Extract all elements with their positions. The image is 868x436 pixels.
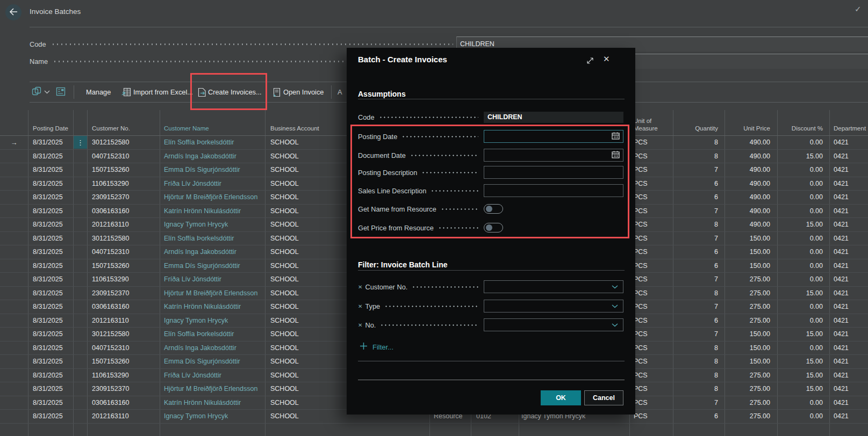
- cell-department: 0421: [830, 396, 868, 410]
- no-filter-row: ✕ No.: [358, 318, 625, 331]
- cell-unit_of_measure: PCS: [630, 314, 673, 328]
- cell-unit_of_measure: PCS: [630, 259, 673, 273]
- section-divider: [358, 270, 625, 271]
- cell-customer_name[interactable]: Ignacy Tymon Hrycyk: [160, 218, 266, 231]
- section-divider: [358, 99, 625, 99]
- expand-dialog-icon[interactable]: [586, 56, 594, 67]
- close-dialog-icon[interactable]: ✕: [603, 54, 610, 64]
- cell-posting_date: 8/31/2025: [28, 136, 74, 149]
- cell-customer_name[interactable]: Ignacy Tymon Hrycyk: [160, 314, 266, 328]
- cell-customer_name[interactable]: Elín Soffía Þorkelsdóttir: [160, 136, 266, 149]
- cell-unit_price: 275.00: [725, 287, 778, 300]
- column-header-posting_date[interactable]: Posting Date: [28, 110, 74, 135]
- cell-customer_name[interactable]: Fríða Lív Jónsdóttir: [160, 369, 266, 382]
- dotted-leader: [412, 286, 478, 288]
- cell-customer_name[interactable]: Katrín Hrönn Nikulásdóttir: [160, 205, 266, 218]
- calendar-icon[interactable]: [612, 151, 620, 160]
- row-marker-cell: [0, 328, 28, 341]
- cell-customer_name[interactable]: Arndís Inga Jakobsdóttir: [160, 245, 266, 259]
- cell-customer_no: 1507153260: [88, 259, 160, 273]
- sales-line-description-field-row: Sales Line Description: [358, 184, 625, 197]
- cell-customer_name[interactable]: Elín Soffía Þorkelsdóttir: [160, 232, 266, 245]
- row-menu-cell: ⋮: [74, 136, 88, 149]
- cell-discount_pct: 0.00: [778, 191, 830, 204]
- back-button[interactable]: [5, 4, 21, 20]
- cell-quantity: 8: [673, 341, 725, 355]
- cell-customer_name[interactable]: Hjörtur M Breiðfjörð Erlendsson: [160, 382, 266, 396]
- get-name-from-resource-toggle[interactable]: [484, 204, 503, 214]
- cell-customer_name[interactable]: Fríða Lív Jónsdóttir: [160, 177, 266, 191]
- column-header-customer_name[interactable]: Customer Name: [160, 110, 266, 135]
- get-name-from-resource-row: Get Name from Resource: [358, 202, 625, 215]
- cell-customer_no: 2309152370: [88, 382, 160, 396]
- views-button[interactable]: [31, 82, 42, 102]
- manage-menu-item[interactable]: Manage: [86, 82, 111, 102]
- dotted-leader: [51, 43, 453, 45]
- column-header-department[interactable]: Department: [830, 110, 868, 135]
- column-header-unit_price[interactable]: Unit Price: [725, 110, 778, 135]
- remove-filter-icon[interactable]: ✕: [358, 303, 362, 309]
- cancel-button[interactable]: Cancel: [584, 390, 623, 405]
- empty-cell: [630, 424, 673, 436]
- type-filter-select[interactable]: [484, 300, 623, 313]
- chevron-down-icon[interactable]: [44, 82, 50, 102]
- cell-customer_name[interactable]: Emma Dís Sigurjónsdóttir: [160, 259, 266, 273]
- type-filter-label: Type: [365, 302, 380, 310]
- cell-customer_no: 0306163160: [88, 396, 160, 410]
- open-invoice-menu-item[interactable]: Open Invoice: [283, 82, 324, 102]
- cell-customer_name[interactable]: Emma Dís Sigurjónsdóttir: [160, 355, 266, 368]
- cell-posting_date: 8/31/2025: [28, 150, 74, 163]
- cell-quantity: 6: [673, 177, 725, 191]
- cell-customer_name[interactable]: Emma Dís Sigurjónsdóttir: [160, 163, 266, 177]
- code-label: Code: [358, 113, 375, 121]
- cell-customer_no: 1507153260: [88, 355, 160, 368]
- sales-line-description-input[interactable]: [484, 184, 623, 197]
- cell-unit_price: 490.00: [725, 205, 778, 218]
- customer-no-filter-select[interactable]: [484, 280, 623, 293]
- create-invoices-menu-item[interactable]: Create Invoices...: [208, 82, 262, 102]
- cell-customer_name[interactable]: Arndís Inga Jakobsdóttir: [160, 150, 266, 163]
- import-from-excel-menu-item[interactable]: Import from Excel...: [133, 82, 193, 102]
- cell-discount_pct: 15.00: [778, 382, 830, 396]
- cell-quantity: 6: [673, 259, 725, 273]
- cell-department: 0421: [830, 341, 868, 355]
- cell-discount_pct: 15.00: [778, 218, 830, 231]
- cell-quantity: 7: [673, 273, 725, 286]
- cell-department: 0421: [830, 287, 868, 300]
- remove-filter-icon[interactable]: ✕: [358, 284, 362, 290]
- no-filter-select[interactable]: [484, 318, 623, 331]
- column-header-customer_no[interactable]: Customer No.: [88, 110, 160, 135]
- cell-posting_date: 8/31/2025: [28, 259, 74, 273]
- get-price-from-resource-toggle[interactable]: [484, 223, 503, 232]
- calendar-icon[interactable]: [612, 132, 620, 141]
- cell-customer_name[interactable]: Ignacy Tymon Hrycyk: [160, 410, 266, 423]
- cell-customer_name[interactable]: Katrín Hrönn Nikulásdóttir: [160, 396, 266, 410]
- cell-customer_name[interactable]: Elín Soffía Þorkelsdóttir: [160, 328, 266, 341]
- row-marker-cell: [0, 177, 28, 191]
- ok-button[interactable]: OK: [541, 390, 581, 405]
- add-filter-link[interactable]: Filter...: [360, 342, 393, 352]
- cell-customer_name[interactable]: Fríða Lív Jónsdóttir: [160, 273, 266, 286]
- cell-customer_no: 3012152580: [88, 328, 160, 341]
- row-marker-cell: [0, 314, 28, 328]
- cell-department: 0421: [830, 191, 868, 204]
- row-marker-cell: →: [0, 136, 28, 149]
- cell-quantity: 6: [673, 410, 725, 423]
- cell-quantity: 7: [673, 205, 725, 218]
- cell-customer_name[interactable]: Hjörtur M Breiðfjörð Erlendsson: [160, 191, 266, 204]
- document-date-input[interactable]: [484, 149, 623, 162]
- column-header-quantity[interactable]: Quantity: [673, 110, 725, 135]
- analyze-button[interactable]: [56, 82, 66, 102]
- remove-filter-icon[interactable]: ✕: [358, 322, 362, 328]
- truncated-action-menu-item[interactable]: A: [338, 82, 342, 102]
- cell-customer_name[interactable]: Arndís Inga Jakobsdóttir: [160, 341, 266, 355]
- cell-unit_of_measure: PCS: [630, 218, 673, 231]
- cell-customer_name[interactable]: Katrín Hrönn Nikulásdóttir: [160, 300, 266, 314]
- row-context-menu-button[interactable]: ⋮: [74, 136, 87, 149]
- posting-date-input[interactable]: [484, 130, 623, 143]
- column-header-discount_pct[interactable]: Discount %: [778, 110, 830, 135]
- views-icon: [31, 86, 42, 98]
- cell-customer_name[interactable]: Hjörtur M Breiðfjörð Erlendsson: [160, 287, 266, 300]
- column-header-unit_of_measure[interactable]: Unit of Measure: [630, 110, 673, 135]
- posting-description-input[interactable]: [484, 166, 623, 179]
